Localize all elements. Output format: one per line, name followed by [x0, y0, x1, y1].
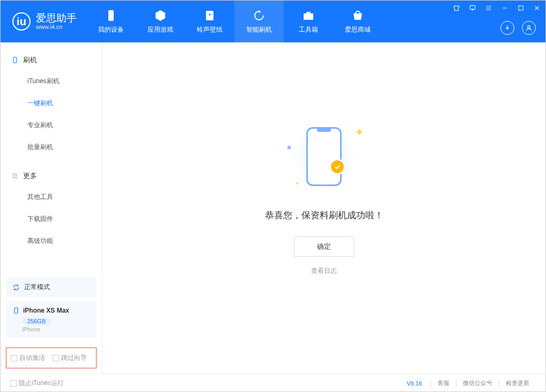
- highlighted-options-box: 自动激活 跳过向导: [6, 347, 97, 368]
- tab-apps-games[interactable]: 应用游戏: [136, 1, 185, 42]
- sidebar-item-batch-flash[interactable]: 批量刷机: [1, 136, 102, 158]
- tab-toolbox[interactable]: 工具箱: [284, 1, 333, 42]
- user-icon[interactable]: [522, 21, 536, 35]
- maximize-button[interactable]: [517, 4, 525, 12]
- phone-icon: [11, 56, 19, 64]
- app-title: 爱思助手: [36, 13, 77, 24]
- footer-link-wechat[interactable]: 微信公众号: [456, 379, 499, 387]
- sidebar-header-more: 更多: [1, 168, 102, 186]
- main-content: 恭喜您，保资料刷机成功啦！ 确定 查看日志: [102, 42, 545, 374]
- device-type: iPhone: [22, 326, 90, 332]
- success-message: 恭喜您，保资料刷机成功啦！: [265, 209, 383, 221]
- device-mode-box[interactable]: 正常模式: [6, 277, 97, 297]
- ok-button[interactable]: 确定: [294, 236, 354, 257]
- svg-rect-8: [14, 308, 18, 314]
- checkbox-icon: [53, 355, 59, 361]
- close-button[interactable]: [533, 4, 541, 12]
- device-name-row: iPhone XS Max: [12, 307, 90, 314]
- header-right-icons: [500, 21, 536, 35]
- tab-store[interactable]: 爱思商城: [333, 1, 382, 42]
- phone-outline-icon: [306, 127, 342, 186]
- device-icon: [12, 307, 20, 314]
- svg-rect-7: [13, 57, 17, 63]
- footer-link-update[interactable]: 检查更新: [499, 379, 536, 387]
- minimize-button[interactable]: [500, 4, 509, 12]
- logo-icon: iu: [12, 12, 31, 31]
- skin-icon[interactable]: [452, 4, 461, 12]
- sidebar-item-other-tools[interactable]: 其他工具: [1, 186, 102, 208]
- sidebar-item-itunes-flash[interactable]: iTunes刷机: [1, 70, 102, 92]
- tab-flash[interactable]: 智能刷机: [234, 1, 284, 42]
- svg-rect-0: [108, 10, 114, 21]
- sidebar-item-download-firmware[interactable]: 下载固件: [1, 208, 102, 230]
- version-label: V8.16: [407, 380, 422, 387]
- sidebar-item-advanced[interactable]: 高级功能: [1, 230, 102, 252]
- sidebar-item-oneclick-flash[interactable]: 一键刷机: [1, 92, 102, 114]
- svg-rect-1: [206, 11, 213, 20]
- logo-area: iu 爱思助手 www.i4.cn: [1, 12, 86, 31]
- footer-bar: 阻止iTunes运行 V8.16 客服 微信公众号 检查更新: [1, 374, 545, 392]
- sidebar-header-flash: 刷机: [1, 52, 102, 70]
- sidebar: 刷机 iTunes刷机 一键刷机 专业刷机 批量刷机 更多 其他工具 下载固件 …: [1, 42, 102, 374]
- window-controls: [452, 4, 541, 12]
- tab-ringtones[interactable]: 铃声壁纸: [185, 1, 234, 42]
- svg-rect-5: [519, 6, 523, 10]
- app-url: www.i4.cn: [36, 24, 77, 30]
- device-capacity: 256GB: [22, 317, 51, 325]
- checkbox-auto-activate[interactable]: 自动激活: [11, 353, 45, 363]
- refresh-icon: [12, 284, 20, 291]
- svg-rect-3: [306, 12, 311, 14]
- svg-point-6: [528, 26, 530, 28]
- body-area: 刷机 iTunes刷机 一键刷机 专业刷机 批量刷机 更多 其他工具 下载固件 …: [1, 42, 545, 374]
- menu-icon[interactable]: [484, 4, 493, 12]
- view-log-link[interactable]: 查看日志: [311, 267, 337, 276]
- device-name: iPhone XS Max: [23, 307, 69, 314]
- checkbox-skip-wizard[interactable]: 跳过向导: [53, 353, 87, 363]
- checkbox-stop-itunes[interactable]: 阻止iTunes运行: [10, 379, 64, 388]
- device-info-box[interactable]: iPhone XS Max 256GB iPhone: [6, 301, 97, 338]
- success-illustration: [286, 119, 361, 194]
- checkbox-icon: [11, 355, 17, 361]
- checkbox-icon: [10, 380, 17, 387]
- footer-link-support[interactable]: 客服: [431, 379, 456, 387]
- sidebar-group-flash: 刷机 iTunes刷机 一键刷机 专业刷机 批量刷机: [1, 42, 102, 158]
- check-badge-icon: [329, 159, 345, 175]
- sidebar-group-more: 更多 其他工具 下载固件 高级功能: [1, 158, 102, 252]
- sidebar-item-pro-flash[interactable]: 专业刷机: [1, 114, 102, 136]
- feedback-icon[interactable]: [468, 4, 477, 12]
- app-header: iu 爱思助手 www.i4.cn 我的设备 应用游戏 铃声壁纸 智能刷机 工具…: [1, 1, 545, 42]
- tab-my-device[interactable]: 我的设备: [86, 1, 136, 42]
- device-mode-label: 正常模式: [24, 283, 50, 292]
- download-icon[interactable]: [500, 21, 514, 35]
- list-icon: [11, 172, 19, 180]
- svg-rect-2: [304, 13, 313, 20]
- logo-text: 爱思助手 www.i4.cn: [36, 13, 77, 31]
- nav-tabs: 我的设备 应用游戏 铃声壁纸 智能刷机 工具箱 爱思商城: [86, 1, 382, 42]
